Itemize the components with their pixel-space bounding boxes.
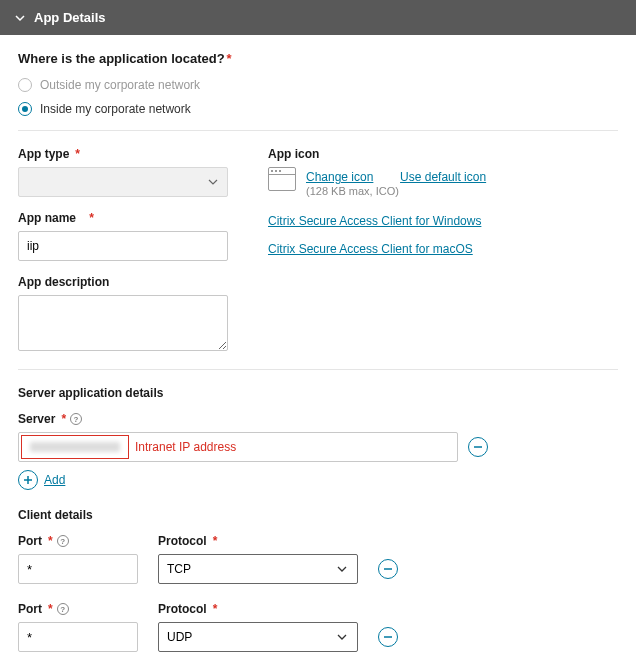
client-section-title: Client details — [18, 508, 618, 522]
app-desc-textarea[interactable] — [18, 295, 228, 351]
app-icon-preview — [268, 167, 296, 191]
download-macos-link[interactable]: Citrix Secure Access Client for macOS — [268, 242, 473, 256]
server-annotation: Intranet IP address — [135, 440, 236, 454]
app-desc-label: App description — [18, 275, 228, 289]
minus-icon — [383, 632, 393, 642]
add-server-button[interactable]: Add — [18, 470, 618, 490]
location-question: Where is the application located?* — [18, 51, 618, 66]
protocol-label: Protocol* — [158, 534, 358, 548]
section-title: App Details — [34, 10, 106, 25]
minus-icon — [473, 442, 483, 452]
help-icon[interactable]: ? — [57, 603, 69, 615]
server-input[interactable]: Intranet IP address — [18, 432, 458, 462]
divider — [18, 130, 618, 131]
help-icon[interactable]: ? — [57, 535, 69, 547]
section-header[interactable]: App Details — [0, 0, 636, 35]
chevron-down-icon — [335, 562, 349, 576]
port-label: Port* ? — [18, 534, 138, 548]
protocol-select-0[interactable]: TCP — [158, 554, 358, 584]
port-input-0[interactable] — [18, 554, 138, 584]
plus-icon — [23, 475, 33, 485]
plus-icon-circle — [18, 470, 38, 490]
port-input-1[interactable] — [18, 622, 138, 652]
app-type-label: App type* — [18, 147, 228, 161]
divider — [18, 369, 618, 370]
icon-hint: (128 KB max, ICO) — [306, 185, 486, 197]
radio-icon-selected — [18, 102, 32, 116]
radio-label: Inside my corporate network — [40, 102, 191, 116]
server-label: Server* ? — [18, 412, 618, 426]
radio-outside[interactable]: Outside my corporate network — [18, 78, 618, 92]
remove-server-button[interactable] — [468, 437, 488, 457]
app-name-input[interactable] — [18, 231, 228, 261]
radio-inside[interactable]: Inside my corporate network — [18, 102, 618, 116]
radio-icon — [18, 78, 32, 92]
app-icon-label: App icon — [268, 147, 618, 161]
help-icon[interactable]: ? — [70, 413, 82, 425]
port-label: Port* ? — [18, 602, 138, 616]
protocol-label: Protocol* — [158, 602, 358, 616]
server-section-title: Server application details — [18, 386, 618, 400]
protocol-select-1[interactable]: UDP — [158, 622, 358, 652]
minus-icon — [383, 564, 393, 574]
remove-client-row-button[interactable] — [378, 559, 398, 579]
remove-client-row-button[interactable] — [378, 627, 398, 647]
radio-label: Outside my corporate network — [40, 78, 200, 92]
app-name-label: App name * — [18, 211, 228, 225]
app-type-select[interactable] — [18, 167, 228, 197]
download-windows-link[interactable]: Citrix Secure Access Client for Windows — [268, 214, 481, 228]
add-label: Add — [44, 473, 65, 487]
server-ip-redacted — [30, 442, 120, 452]
default-icon-link[interactable]: Use default icon — [400, 170, 486, 184]
chevron-down-icon — [207, 176, 219, 188]
chevron-down-icon — [14, 12, 26, 24]
change-icon-link[interactable]: Change icon — [306, 170, 373, 184]
chevron-down-icon — [335, 630, 349, 644]
server-value-box — [21, 435, 129, 459]
